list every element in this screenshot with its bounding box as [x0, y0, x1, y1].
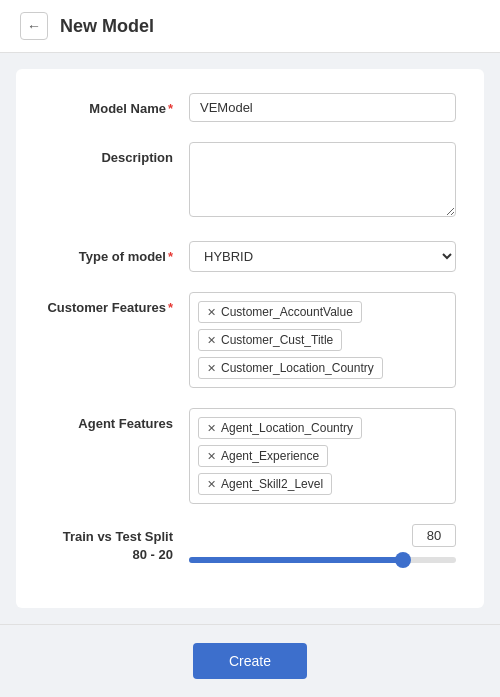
back-button[interactable]: ← [20, 12, 48, 40]
description-row: Description [44, 142, 456, 221]
slider-track [189, 557, 456, 563]
tag-label: Customer_Cust_Title [221, 333, 333, 347]
type-of-model-field: HYBRID CLASSIFICATION REGRESSION [189, 241, 456, 272]
slider-value-box: 80 [189, 524, 456, 547]
customer-features-tags[interactable]: ✕ Customer_AccountValue ✕ Customer_Cust_… [189, 292, 456, 388]
required-star-3: * [168, 300, 173, 315]
header: ← New Model [0, 0, 500, 53]
footer: Create [0, 624, 500, 697]
agent-features-label: Agent Features [44, 408, 189, 433]
agent-features-field: ✕ Agent_Location_Country ✕ Agent_Experie… [189, 408, 456, 504]
agent-features-row: Agent Features ✕ Agent_Location_Country … [44, 408, 456, 504]
model-name-label: Model Name* [44, 93, 189, 118]
model-name-row: Model Name* [44, 93, 456, 122]
description-field [189, 142, 456, 221]
tag-label: Customer_Location_Country [221, 361, 374, 375]
tag-label: Agent_Location_Country [221, 421, 353, 435]
tag-label: Agent_Experience [221, 449, 319, 463]
customer-features-label: Customer Features* [44, 292, 189, 317]
back-icon: ← [27, 18, 41, 34]
customer-features-row: Customer Features* ✕ Customer_AccountVal… [44, 292, 456, 388]
agent-features-tags[interactable]: ✕ Agent_Location_Country ✕ Agent_Experie… [189, 408, 456, 504]
type-of-model-select[interactable]: HYBRID CLASSIFICATION REGRESSION [189, 241, 456, 272]
required-star-2: * [168, 249, 173, 264]
remove-tag-icon[interactable]: ✕ [207, 335, 216, 346]
remove-tag-icon[interactable]: ✕ [207, 451, 216, 462]
page-title: New Model [60, 16, 154, 37]
slider-fill [189, 557, 403, 563]
form-container: Model Name* Description Type of model* H… [16, 69, 484, 608]
slider-thumb[interactable] [395, 552, 411, 568]
list-item: ✕ Agent_Skill2_Level [198, 473, 332, 495]
description-label: Description [44, 142, 189, 167]
tag-label: Agent_Skill2_Level [221, 477, 323, 491]
list-item: ✕ Agent_Experience [198, 445, 328, 467]
remove-tag-icon[interactable]: ✕ [207, 307, 216, 318]
remove-tag-icon[interactable]: ✕ [207, 363, 216, 374]
customer-features-field: ✕ Customer_AccountValue ✕ Customer_Cust_… [189, 292, 456, 388]
remove-tag-icon[interactable]: ✕ [207, 423, 216, 434]
slider-value-display: 80 [412, 524, 456, 547]
list-item: ✕ Customer_Cust_Title [198, 329, 342, 351]
description-input[interactable] [189, 142, 456, 217]
type-of-model-row: Type of model* HYBRID CLASSIFICATION REG… [44, 241, 456, 272]
train-split-label: Train vs Test Split 80 - 20 [44, 524, 189, 564]
create-button[interactable]: Create [193, 643, 307, 679]
page-container: ← New Model Model Name* Description [0, 0, 500, 697]
model-name-input[interactable] [189, 93, 456, 122]
list-item: ✕ Customer_AccountValue [198, 301, 362, 323]
list-item: ✕ Agent_Location_Country [198, 417, 362, 439]
required-star: * [168, 101, 173, 116]
remove-tag-icon[interactable]: ✕ [207, 479, 216, 490]
model-name-field [189, 93, 456, 122]
train-split-row: Train vs Test Split 80 - 20 80 [44, 524, 456, 564]
type-of-model-label: Type of model* [44, 241, 189, 266]
tag-label: Customer_AccountValue [221, 305, 353, 319]
slider-section: 80 [189, 524, 456, 563]
list-item: ✕ Customer_Location_Country [198, 357, 383, 379]
